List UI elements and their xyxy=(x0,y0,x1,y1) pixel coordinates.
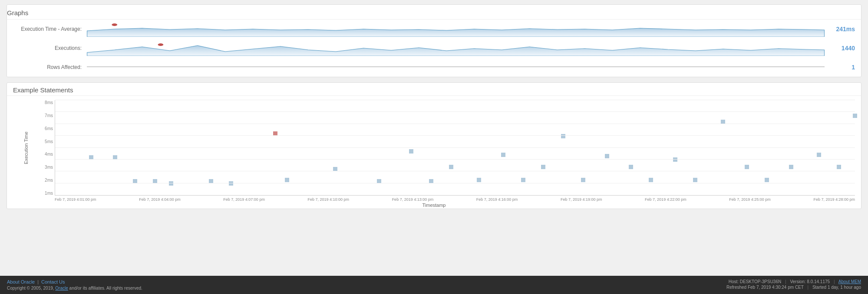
y-axis-label-container: Execution Time xyxy=(13,100,39,196)
scatter-dot xyxy=(229,181,233,186)
footer-links: About Oracle | Contact Us xyxy=(7,279,142,284)
footer-right: Host: DESKTOP-3PSU36N | Version: 8.0.14.… xyxy=(726,279,861,291)
y-axis-label: Execution Time xyxy=(23,131,29,164)
footer-refresh-info: Refreshed Feb 7, 2019 4:30:24 pm CET | S… xyxy=(726,285,861,290)
footer-sep-3: | xyxy=(834,279,835,284)
rows-affected-label: Rows Affected: xyxy=(13,64,87,70)
footer: About Oracle | Contact Us Copyright © 20… xyxy=(0,276,868,294)
scatter-dot xyxy=(333,167,337,171)
execution-time-label: Execution Time - Average: xyxy=(13,26,87,32)
y-tick: 2ms xyxy=(39,178,53,183)
scatter-dot xyxy=(789,165,793,169)
copyright-suffix: and/or its affiliates. All rights reserv… xyxy=(69,286,142,291)
scatter-dot xyxy=(409,149,413,154)
grid-line xyxy=(55,159,855,160)
scatter-chart-container: Execution Time 1ms2ms3ms4ms5ms6ms7ms8ms … xyxy=(7,96,861,209)
scatter-dot xyxy=(521,178,525,182)
y-tick: 6ms xyxy=(39,126,53,131)
grid-line xyxy=(55,100,855,100)
refreshed-label: Refreshed Feb 7, 2019 4:30:24 pm CET xyxy=(726,285,804,290)
scatter-dot xyxy=(541,165,545,169)
chart-plot xyxy=(55,100,855,196)
scatter-dot xyxy=(133,179,137,183)
scatter-dot xyxy=(673,157,677,162)
x-tick: Feb 7, 2019 4:16:00 pm xyxy=(476,197,518,202)
scatter-dot xyxy=(209,179,213,183)
footer-sep-1: | xyxy=(37,279,39,284)
scatter-dot xyxy=(853,114,857,118)
scatter-dot xyxy=(721,120,725,124)
graph-row-execution-time: Execution Time - Average: 241ms xyxy=(7,20,861,39)
oracle-link[interactable]: Oracle xyxy=(55,286,68,291)
scatter-chart: Execution Time 1ms2ms3ms4ms5ms6ms7ms8ms xyxy=(13,100,855,196)
x-tick: Feb 7, 2019 4:28:00 pm xyxy=(813,197,855,202)
graph-row-executions: Executions: 1440 xyxy=(7,39,861,58)
copyright-text: Copyright © 2005, 2019, xyxy=(7,286,54,291)
scatter-dot xyxy=(561,134,565,138)
graph-row-rows-affected: Rows Affected: 1 xyxy=(7,58,861,77)
graphs-panel: Graphs Execution Time - Average: 241ms xyxy=(7,4,861,77)
grid-line xyxy=(55,111,855,112)
scatter-dot xyxy=(605,154,609,158)
scatter-dot xyxy=(817,153,821,157)
y-tick: 1ms xyxy=(39,191,53,196)
about-oracle-link[interactable]: About Oracle xyxy=(7,279,35,284)
statements-title: Example Statements xyxy=(7,83,861,96)
x-tick: Feb 7, 2019 4:01:00 pm xyxy=(55,197,96,202)
about-mem-link[interactable]: About MEM xyxy=(838,279,861,284)
footer-left: About Oracle | Contact Us Copyright © 20… xyxy=(7,279,142,291)
executions-label: Executions: xyxy=(13,45,87,51)
scatter-dot xyxy=(477,178,481,182)
x-tick: Feb 7, 2019 4:13:00 pm xyxy=(392,197,434,202)
executions-value: 1440 xyxy=(825,45,855,52)
scatter-dot xyxy=(169,181,173,186)
rows-affected-area xyxy=(87,59,825,75)
y-ticks: 1ms2ms3ms4ms5ms6ms7ms8ms xyxy=(39,100,55,196)
scatter-dot xyxy=(429,179,433,183)
scatter-dot xyxy=(745,165,749,169)
statements-panel: Example Statements Execution Time 1ms2ms… xyxy=(7,82,861,209)
main-content: Graphs Execution Time - Average: 241ms xyxy=(0,0,868,276)
svg-point-0 xyxy=(112,23,117,26)
scatter-dot xyxy=(153,179,157,183)
footer-copyright: Copyright © 2005, 2019, Oracle and/or it… xyxy=(7,286,142,291)
scatter-dot xyxy=(89,155,93,160)
grid-line xyxy=(55,124,855,124)
scatter-dot xyxy=(449,165,453,169)
graphs-title: Graphs xyxy=(7,5,861,20)
started-label: Started 1 day, 1 hour ago xyxy=(812,285,861,290)
scatter-dot xyxy=(649,178,653,182)
contact-us-link[interactable]: Contact Us xyxy=(41,279,65,284)
x-tick: Feb 7, 2019 4:10:00 pm xyxy=(307,197,349,202)
scatter-dot xyxy=(765,178,769,182)
footer-sep-2: | xyxy=(785,279,786,284)
x-axis-labels: Feb 7, 2019 4:01:00 pmFeb 7, 2019 4:04:0… xyxy=(13,196,855,202)
rows-affected-line xyxy=(87,66,825,67)
scatter-dot xyxy=(581,178,585,182)
grid-line xyxy=(55,171,855,171)
y-tick: 5ms xyxy=(39,139,53,144)
execution-time-value: 241ms xyxy=(825,26,855,33)
footer-host-version: Host: DESKTOP-3PSU36N | Version: 8.0.14.… xyxy=(726,279,861,284)
x-axis-title: Timestamp xyxy=(13,202,855,210)
scatter-dot xyxy=(113,155,117,160)
y-tick: 3ms xyxy=(39,165,53,170)
host-label: Host: DESKTOP-3PSU36N xyxy=(729,279,782,284)
grid-line xyxy=(55,147,855,148)
scatter-dot xyxy=(693,178,697,182)
scatter-dot xyxy=(629,165,633,169)
scatter-dot xyxy=(837,165,841,169)
x-tick: Feb 7, 2019 4:25:00 pm xyxy=(729,197,771,202)
x-tick: Feb 7, 2019 4:19:00 pm xyxy=(561,197,602,202)
rows-affected-value: 1 xyxy=(825,64,855,71)
y-tick: 7ms xyxy=(39,113,53,118)
y-tick: 4ms xyxy=(39,152,53,157)
scatter-dot xyxy=(501,153,505,157)
x-tick: Feb 7, 2019 4:07:00 pm xyxy=(223,197,265,202)
version-label: Version: 8.0.14.1175 xyxy=(790,279,830,284)
x-tick: Feb 7, 2019 4:04:00 pm xyxy=(139,197,181,202)
scatter-dot xyxy=(273,131,277,136)
y-tick: 8ms xyxy=(39,100,53,105)
execution-time-sparkline xyxy=(87,21,825,37)
scatter-dot xyxy=(285,178,289,182)
